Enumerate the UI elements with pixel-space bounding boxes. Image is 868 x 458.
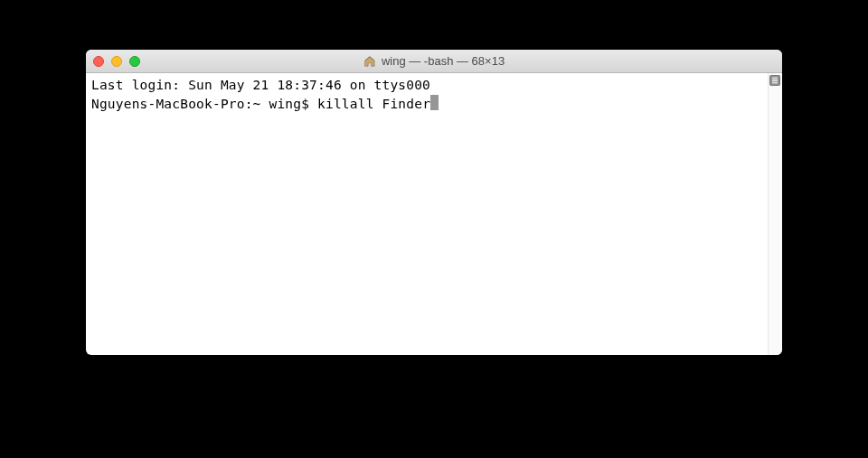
- window-title: wing — -bash — 68×13: [382, 54, 505, 68]
- cursor: [430, 95, 439, 110]
- terminal-content-wrapper: Last login: Sun May 21 18:37:46 on ttys0…: [86, 73, 782, 355]
- window-title-container: wing — -bash — 68×13: [363, 54, 505, 68]
- minimize-button[interactable]: [111, 56, 122, 67]
- traffic-lights: [93, 56, 140, 67]
- terminal-output[interactable]: Last login: Sun May 21 18:37:46 on ttys0…: [86, 73, 768, 355]
- close-button[interactable]: [93, 56, 104, 67]
- window-titlebar[interactable]: wing — -bash — 68×13: [86, 50, 782, 73]
- terminal-window: wing — -bash — 68×13 Last login: Sun May…: [86, 50, 782, 355]
- home-icon: [363, 55, 376, 68]
- login-line: Last login: Sun May 21 18:37:46 on ttys0…: [91, 78, 430, 92]
- prompt: Nguyens-MacBook-Pro:~ wing$: [91, 97, 317, 111]
- zoom-button[interactable]: [129, 56, 140, 67]
- scroll-indicator-icon[interactable]: [769, 75, 780, 86]
- command-text: killall Finder: [317, 97, 430, 111]
- scrollbar-track[interactable]: [768, 73, 782, 355]
